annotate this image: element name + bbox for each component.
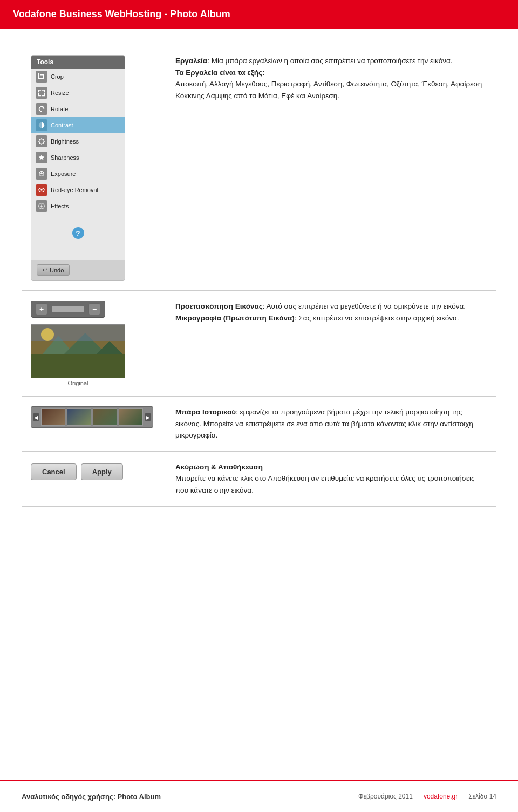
redeye-icon (36, 184, 47, 196)
thumbnail-text: Μικρογραφία (Πρωτότυπη Εικόνα): Σας επιτ… (175, 312, 483, 324)
svg-rect-5 (31, 354, 125, 378)
undo-icon: ↩ (43, 267, 47, 274)
svg-point-10 (41, 328, 54, 341)
tool-label-sharpness: Sharpness (51, 154, 79, 161)
main-content: Tools Crop Resize (0, 29, 518, 523)
actions-left-col: Cancel Apply (22, 452, 162, 506)
footer-site: vodafone.gr (424, 793, 458, 800)
thumbnail-image (31, 324, 125, 378)
undo-section: ↩ Undo (31, 260, 125, 280)
tools-panel-title: Tools (31, 56, 125, 69)
history-thumb-1[interactable] (41, 408, 65, 426)
header-title: Vodafone Business WebHosting - Photo Alb… (13, 9, 230, 19)
preview-section: + − (22, 291, 496, 397)
tool-label-exposure: Exposure (51, 170, 76, 177)
actions-title-bold: Ακύρωση & Αποθήκευση (175, 463, 263, 471)
history-title-bold: Μπάρα Ιστορικού (175, 408, 236, 416)
history-thumb-4[interactable] (119, 408, 143, 426)
rotate-icon (36, 103, 47, 115)
preview-title-text: : Αυτό σας επιτρέπει να μεγεθύνετε ή να … (263, 302, 466, 310)
thumb-image-display (31, 325, 125, 378)
preview-text: Προεπισκόπηση Εικόνας: Αυτό σας επιτρέπε… (175, 301, 483, 312)
action-buttons: Cancel Apply (31, 463, 153, 480)
tools-title-text: : Μία μπάρα εργαλείων η οποία σας επιτρέ… (207, 57, 452, 65)
tool-label-resize: Resize (51, 90, 69, 96)
preview-description: Προεπισκόπηση Εικόνας: Αυτό σας επιτρέπε… (162, 291, 496, 396)
resize-icon (36, 87, 47, 99)
tool-label-effects: Effects (51, 203, 69, 209)
preview-left-col: + − (22, 291, 162, 396)
tool-item-resize[interactable]: Resize (31, 85, 125, 101)
history-description: Μπάρα Ιστορικού: εμφανίζει τα προηγούμεν… (162, 397, 496, 451)
tool-item-brightness[interactable]: Brightness (31, 133, 125, 149)
tool-item-exposure[interactable]: Exposure (31, 166, 125, 182)
tools-subtitle-description: Τα Εργαλεία είναι τα εξής: Αποκοπή, Αλλα… (175, 67, 483, 102)
zoom-out-button[interactable]: − (88, 303, 100, 315)
brightness-icon (36, 135, 47, 147)
tool-label-contrast: Contrast (51, 122, 73, 128)
history-bar: ◀ ▶ (31, 406, 153, 428)
apply-button[interactable]: Apply (81, 463, 123, 480)
contrast-icon (36, 119, 47, 131)
thumbnail-label: Original (31, 380, 125, 386)
history-thumb-3[interactable] (93, 408, 117, 426)
tools-left-col: Tools Crop Resize (22, 45, 162, 290)
zoom-in-button[interactable]: + (36, 303, 47, 315)
tool-label-crop: Crop (51, 73, 64, 80)
thumbnail-title-bold: Μικρογραφία (Πρωτότυπη Εικόνα) (175, 314, 295, 322)
history-text: Μπάρα Ιστορικού: εμφανίζει τα προηγούμεν… (175, 406, 483, 441)
thumbnail-title-text: : Σας επιτρέπει να επιστρέψετε στην αρχι… (295, 314, 459, 322)
tool-label-redeye: Red-eye Removal (51, 187, 98, 193)
page-footer: Αναλυτικός οδηγός χρήσης: Photo Album Φε… (0, 780, 518, 812)
history-next-button[interactable]: ▶ (145, 413, 151, 421)
tools-panel: Tools Crop Resize (31, 55, 125, 281)
cancel-button[interactable]: Cancel (31, 463, 77, 480)
footer-left-text: Αναλυτικός οδηγός χρήσης: Photo Album (22, 793, 161, 801)
undo-button[interactable]: ↩ Undo (37, 264, 70, 276)
svg-point-3 (40, 189, 43, 191)
zoom-controls: + − (31, 301, 105, 318)
undo-label: Undo (50, 267, 64, 274)
tool-item-effects[interactable]: Effects (31, 198, 125, 214)
help-icon[interactable]: ? (72, 227, 84, 239)
tools-main-description: Εργαλεία: Μία μπάρα εργαλείων η οποία σα… (175, 55, 483, 67)
tool-label-brightness: Brightness (51, 138, 79, 145)
tools-subtitle-bold: Τα Εργαλεία είναι τα εξής: (175, 69, 265, 77)
actions-body-text: Μπορείτε να κάνετε κλικ στο Αποθήκευση α… (175, 474, 475, 494)
tools-description: Εργαλεία: Μία μπάρα εργαλείων η οποία σα… (162, 45, 496, 111)
footer-page: Σελίδα 14 (468, 793, 496, 800)
actions-description: Ακύρωση & Αποθήκευση Μπορείτε να κάνετε … (162, 452, 496, 506)
tool-label-rotate: Rotate (51, 106, 68, 112)
footer-right: Φεβρουάριος 2011 vodafone.gr Σελίδα 14 (358, 793, 496, 800)
actions-section: Cancel Apply Ακύρωση & Αποθήκευση Μπορεί… (22, 452, 496, 507)
tools-section: Tools Crop Resize (22, 45, 496, 291)
history-section: ◀ ▶ Μπάρα Ιστορικού: εμφανίζει τα προηγο… (22, 397, 496, 452)
effects-icon (36, 200, 47, 212)
tool-item-redeye[interactable]: Red-eye Removal (31, 182, 125, 198)
crop-icon (36, 71, 47, 83)
tool-item-crop[interactable]: Crop (31, 69, 125, 85)
tools-title-bold: Εργαλεία (175, 57, 207, 65)
history-prev-button[interactable]: ◀ (33, 413, 39, 421)
history-thumb-2[interactable] (67, 408, 91, 426)
footer-date: Φεβρουάριος 2011 (358, 793, 413, 800)
actions-text: Ακύρωση & Αποθήκευση Μπορείτε να κάνετε … (175, 461, 483, 496)
tool-item-rotate[interactable]: Rotate (31, 101, 125, 117)
tools-subtitle-text: Αποκοπή, Αλλαγή Μεγέθους, Περιστροφή, Αν… (175, 80, 482, 100)
zoom-slider[interactable] (52, 306, 84, 312)
history-left-col: ◀ ▶ (22, 397, 162, 451)
tool-item-sharpness[interactable]: Sharpness (31, 149, 125, 166)
page-header: Vodafone Business WebHosting - Photo Alb… (0, 0, 518, 29)
original-thumbnail-container: Original (31, 324, 125, 386)
preview-title-bold: Προεπισκόπηση Εικόνας (175, 302, 263, 310)
exposure-icon (36, 168, 47, 180)
sharpness-icon (36, 152, 47, 163)
tool-item-contrast[interactable]: Contrast (31, 117, 125, 133)
